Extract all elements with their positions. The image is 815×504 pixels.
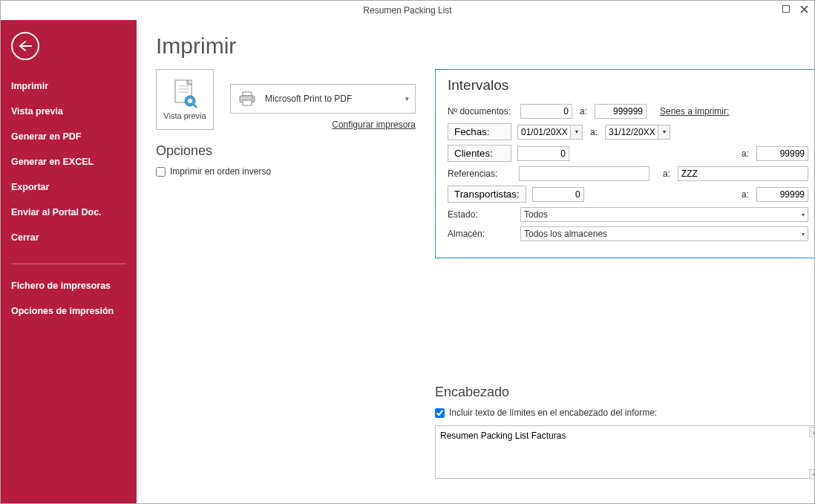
- clients-button[interactable]: Clientes:: [448, 145, 511, 162]
- intervals-panel: Intervalos Nº documentos: a: Series a im…: [435, 69, 814, 258]
- chevron-down-icon: ▾: [802, 231, 805, 238]
- main-content: Imprimir: [137, 20, 814, 503]
- sidebar-item-opciones-impresion[interactable]: Opciones de impresión: [1, 298, 137, 324]
- svg-point-13: [252, 97, 253, 99]
- sidebar: Imprimir Vista previa Generar en PDF Gen…: [1, 20, 137, 503]
- chevron-down-icon: ▾: [405, 95, 409, 102]
- printer-name: Microsoft Print to PDF: [265, 94, 352, 104]
- sidebar-item-generar-excel[interactable]: Generar en EXCEL: [1, 149, 137, 174]
- sidebar-item-enviar-portal[interactable]: Enviar al Portal Doc.: [1, 200, 137, 225]
- date-to-input[interactable]: [605, 125, 658, 140]
- refs-label: Referencias:: [448, 168, 513, 179]
- printer-icon: [238, 91, 258, 107]
- sidebar-item-cerrar[interactable]: Cerrar: [1, 225, 137, 250]
- almacen-label: Almacén:: [448, 229, 514, 239]
- trans-from-input[interactable]: [532, 187, 584, 202]
- almacen-value: Todos los almacenes: [524, 229, 607, 239]
- clients-from-input[interactable]: [517, 146, 569, 161]
- reverse-order-option[interactable]: Imprimir en orden inverso: [156, 166, 416, 177]
- configure-printer-link[interactable]: Configurar impresora: [230, 120, 416, 130]
- intervals-heading: Intervalos: [448, 77, 808, 94]
- scroll-up-icon[interactable]: ▴: [809, 427, 814, 437]
- series-to-print-link[interactable]: Series a imprimir:: [660, 106, 729, 117]
- docs-to-input[interactable]: [595, 104, 647, 119]
- back-button[interactable]: [11, 32, 39, 60]
- window-title: Resumen Packing List: [363, 5, 451, 16]
- vista-previa-label: Vista previa: [163, 111, 206, 120]
- titlebar: Resumen Packing List: [1, 1, 814, 20]
- svg-rect-0: [783, 6, 790, 13]
- include-limits-option[interactable]: Incluir texto de límites en el encabezad…: [435, 408, 814, 418]
- close-button[interactable]: [796, 2, 811, 16]
- svg-rect-12: [243, 100, 252, 105]
- sidebar-separator: [11, 264, 126, 264]
- svg-line-9: [194, 105, 197, 108]
- date-to-dropdown[interactable]: ▾: [658, 125, 670, 140]
- include-limits-checkbox[interactable]: [435, 408, 445, 418]
- document-preview-icon: [172, 79, 197, 108]
- header-heading: Encabezado: [435, 384, 814, 400]
- options-heading: Opciones: [156, 143, 416, 159]
- chevron-down-icon: ▾: [802, 212, 805, 218]
- sidebar-item-exportar[interactable]: Exportar: [1, 174, 137, 200]
- clients-to-input[interactable]: [756, 146, 808, 161]
- date-from-input[interactable]: [517, 125, 571, 140]
- dates-button[interactable]: Fechas:: [448, 123, 511, 140]
- transporters-button[interactable]: Transportistas:: [448, 186, 526, 203]
- svg-rect-10: [243, 92, 252, 96]
- include-limits-label: Incluir texto de límites en el encabezad…: [449, 408, 657, 418]
- header-text-input[interactable]: [435, 425, 814, 479]
- vista-previa-button[interactable]: Vista previa: [156, 69, 214, 130]
- reverse-order-label: Imprimir en orden inverso: [170, 166, 271, 177]
- estado-select[interactable]: Todos ▾: [520, 207, 808, 222]
- svg-point-8: [188, 99, 192, 103]
- sidebar-item-imprimir[interactable]: Imprimir: [1, 73, 137, 99]
- printer-selector[interactable]: Microsoft Print to PDF ▾: [230, 84, 416, 114]
- refs-from-input[interactable]: [519, 166, 649, 181]
- estado-value: Todos: [524, 209, 548, 220]
- sidebar-item-generar-pdf[interactable]: Generar en PDF: [1, 124, 137, 149]
- app-window: Resumen Packing List Imprimir Vista prev…: [0, 0, 815, 504]
- docs-label: Nº documentos:: [448, 106, 514, 117]
- sidebar-item-vista-previa[interactable]: Vista previa: [1, 99, 137, 124]
- estado-label: Estado:: [448, 209, 514, 220]
- sidebar-item-fichero-impresoras[interactable]: Fichero de impresoras: [1, 273, 137, 298]
- sep-a: a:: [578, 106, 589, 117]
- reverse-order-checkbox[interactable]: [156, 167, 166, 177]
- scroll-down-icon[interactable]: ▾: [809, 469, 814, 480]
- maximize-button[interactable]: [779, 2, 793, 16]
- page-heading: Imprimir: [156, 33, 795, 59]
- docs-from-input[interactable]: [520, 104, 572, 119]
- date-from-dropdown[interactable]: ▾: [571, 125, 583, 140]
- textarea-scrollbar: ▴ ▾: [809, 427, 814, 480]
- trans-to-input[interactable]: [756, 187, 808, 202]
- refs-to-input[interactable]: [678, 166, 808, 181]
- almacen-select[interactable]: Todos los almacenes ▾: [520, 226, 808, 241]
